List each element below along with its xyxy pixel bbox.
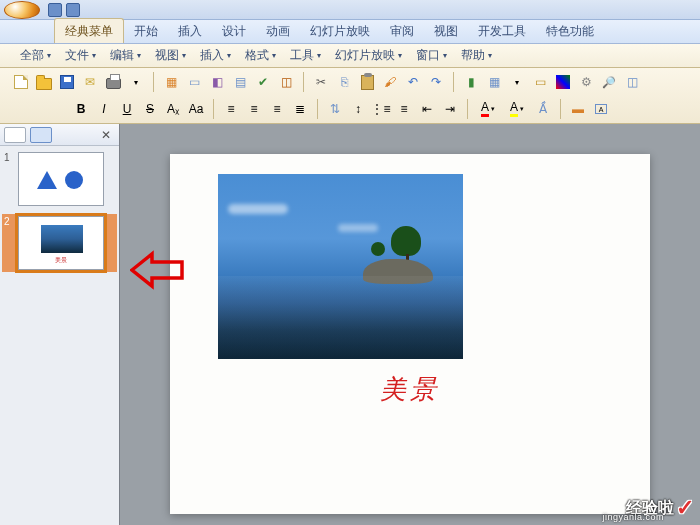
tab-classic-menu[interactable]: 经典菜单 <box>54 18 124 43</box>
tab-slideshow[interactable]: 幻灯片放映 <box>300 19 380 43</box>
numbering-button[interactable]: ≡ <box>393 98 415 120</box>
mail-button[interactable]: ✉ <box>79 71 101 93</box>
align-center-button[interactable]: ≡ <box>243 98 265 120</box>
tab-review[interactable]: 审阅 <box>380 19 424 43</box>
justify-button[interactable]: ≣ <box>289 98 311 120</box>
table-icon: ▦ <box>489 75 500 89</box>
textbox-icon: A <box>595 104 607 114</box>
menu-help[interactable]: 帮助▾ <box>455 44 498 67</box>
menu-label: 插入 <box>200 47 224 64</box>
align-left-button[interactable]: ≡ <box>220 98 242 120</box>
spellcheck-button[interactable]: ✔ <box>252 71 274 93</box>
open-button[interactable] <box>33 71 55 93</box>
format-painter-button[interactable]: 🖌 <box>379 71 401 93</box>
text-direction-button[interactable]: ⇅ <box>324 98 346 120</box>
tab-special[interactable]: 特色功能 <box>536 19 604 43</box>
shape-fill-button[interactable]: ▬ <box>567 98 589 120</box>
indent-inc-button[interactable]: ⇥ <box>439 98 461 120</box>
font-color-button[interactable]: A▾ <box>474 98 502 120</box>
bullets-button[interactable]: ⋮≡ <box>370 98 392 120</box>
slide-layout-button[interactable]: ▭ <box>183 71 205 93</box>
underline-button[interactable]: U <box>116 98 138 120</box>
mail-icon: ✉ <box>85 75 95 89</box>
change-case-icon: Aa <box>189 102 204 116</box>
separator <box>153 72 154 92</box>
watermark-url: jingyanla.com <box>602 512 664 522</box>
design-button[interactable]: ◧ <box>206 71 228 93</box>
copy-button[interactable]: ⎘ <box>333 71 355 93</box>
undo-button[interactable]: ↶ <box>402 71 424 93</box>
separator <box>317 99 318 119</box>
slide-thumbnail-1[interactable]: 1 <box>4 152 115 206</box>
qat-item[interactable] <box>66 3 80 17</box>
slide-thumbnail-2[interactable]: 2 美景 <box>2 214 117 272</box>
text-direction-icon: ⇅ <box>330 102 340 116</box>
slide-preview[interactable] <box>18 152 104 206</box>
align-left-icon: ≡ <box>227 102 234 116</box>
slide-preview[interactable]: 美景 <box>18 216 104 270</box>
tab-animation[interactable]: 动画 <box>256 19 300 43</box>
strike-button[interactable]: S <box>139 98 161 120</box>
triangle-shape-icon <box>37 171 57 189</box>
layout-button[interactable]: ▦ <box>160 71 182 93</box>
clear-format-button[interactable]: Aᵪ <box>162 98 184 120</box>
slide-caption-text[interactable]: 美景 <box>170 372 650 407</box>
cut-button[interactable]: ✂ <box>310 71 332 93</box>
panel-tab-outline[interactable] <box>30 127 52 143</box>
menu-insert[interactable]: 插入▾ <box>194 44 237 67</box>
tab-developer[interactable]: 开发工具 <box>468 19 536 43</box>
change-case-button[interactable]: Aa <box>185 98 207 120</box>
qat-item[interactable] <box>48 3 62 17</box>
italic-icon: I <box>102 102 105 116</box>
font-button[interactable]: Ầ <box>532 98 554 120</box>
gear-button[interactable]: ⚙ <box>575 71 597 93</box>
save-button[interactable] <box>56 71 78 93</box>
menu-view[interactable]: 视图▾ <box>149 44 192 67</box>
print-dropdown[interactable]: ▾ <box>125 71 147 93</box>
new-button[interactable] <box>10 71 32 93</box>
indent-dec-button[interactable]: ⇤ <box>416 98 438 120</box>
zoom-button[interactable]: 🔎 <box>598 71 620 93</box>
menu-window[interactable]: 窗口▾ <box>410 44 453 67</box>
bold-button[interactable]: B <box>70 98 92 120</box>
menu-all[interactable]: 全部▾ <box>14 44 57 67</box>
current-slide[interactable]: 美景 <box>170 154 650 514</box>
indent-inc-icon: ⇥ <box>445 102 455 116</box>
menu-label: 帮助 <box>461 47 485 64</box>
office-button[interactable] <box>4 1 40 19</box>
picture-button[interactable]: ▭ <box>529 71 551 93</box>
paste-button[interactable] <box>356 71 378 93</box>
tab-insert[interactable]: 插入 <box>168 19 212 43</box>
chart-button[interactable]: ▮ <box>460 71 482 93</box>
menu-slideshow[interactable]: 幻灯片放映▾ <box>329 44 408 67</box>
tab-start[interactable]: 开始 <box>124 19 168 43</box>
chevron-down-icon: ▾ <box>443 51 447 60</box>
menu-tools[interactable]: 工具▾ <box>284 44 327 67</box>
chevron-down-icon: ▾ <box>182 51 186 60</box>
slide-canvas-area[interactable]: 美景 <box>120 124 700 525</box>
colors-button[interactable] <box>552 71 574 93</box>
menu-file[interactable]: 文件▾ <box>59 44 102 67</box>
menu-edit[interactable]: 编辑▾ <box>104 44 147 67</box>
print-button[interactable] <box>102 71 124 93</box>
table-dropdown[interactable]: ▾ <box>506 71 528 93</box>
align-right-button[interactable]: ≡ <box>266 98 288 120</box>
tab-view[interactable]: 视图 <box>424 19 468 43</box>
panel-close-button[interactable]: ✕ <box>97 126 115 144</box>
line-spacing-icon: ↕ <box>355 102 361 116</box>
italic-button[interactable]: I <box>93 98 115 120</box>
table-button[interactable]: ▦ <box>483 71 505 93</box>
line-spacing-button[interactable]: ↕ <box>347 98 369 120</box>
checkmark-icon: ✓ <box>676 495 694 521</box>
tab-design[interactable]: 设计 <box>212 19 256 43</box>
menu-label: 窗口 <box>416 47 440 64</box>
highlight-button[interactable]: A▾ <box>503 98 531 120</box>
menu-format[interactable]: 格式▾ <box>239 44 282 67</box>
new-slide-button[interactable]: ▤ <box>229 71 251 93</box>
research-button[interactable]: ◫ <box>275 71 297 93</box>
slide-image[interactable] <box>218 174 463 359</box>
theme-button[interactable]: ◫ <box>621 71 643 93</box>
textbox-button[interactable]: A <box>590 98 612 120</box>
redo-button[interactable]: ↷ <box>425 71 447 93</box>
panel-tab-slides[interactable] <box>4 127 26 143</box>
